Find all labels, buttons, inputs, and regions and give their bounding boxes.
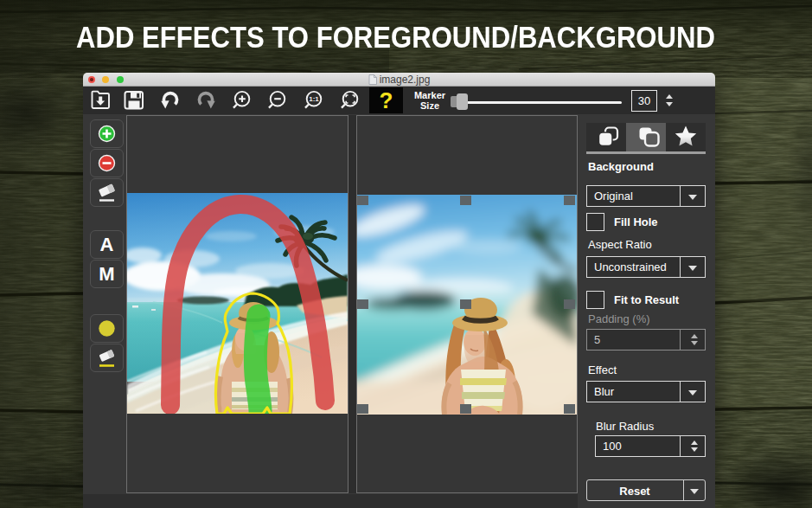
svg-text:M: M xyxy=(99,263,114,285)
svg-text:1:1: 1:1 xyxy=(309,95,319,103)
svg-text:A: A xyxy=(100,234,114,255)
